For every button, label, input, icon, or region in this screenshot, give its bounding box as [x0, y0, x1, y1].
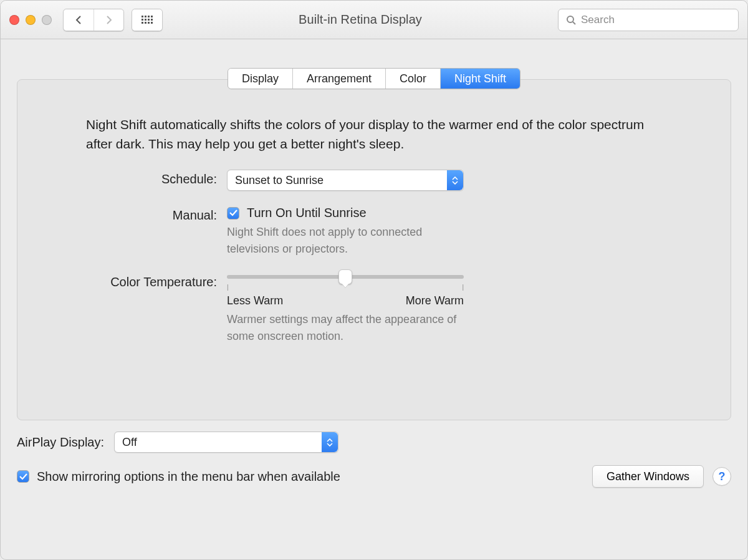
help-button[interactable]: ?: [712, 467, 731, 486]
close-window-button[interactable]: [9, 15, 19, 25]
tab-color[interactable]: Color: [385, 69, 440, 89]
bottom-controls: AirPlay Display: Off Show mirroring opti…: [17, 432, 731, 488]
svg-rect-9: [145, 22, 146, 24]
svg-rect-6: [148, 19, 150, 21]
svg-rect-2: [148, 16, 150, 17]
popup-arrows-icon: [322, 432, 338, 452]
forward-button[interactable]: [94, 9, 123, 31]
back-button[interactable]: [64, 9, 94, 31]
manual-checkbox[interactable]: [227, 207, 239, 220]
search-icon: [566, 15, 576, 25]
check-icon: [19, 473, 27, 480]
svg-rect-7: [151, 19, 153, 21]
night-shift-pane: Night Shift automatically shifts the col…: [17, 79, 731, 420]
tab-display[interactable]: Display: [228, 69, 292, 89]
svg-rect-10: [148, 22, 150, 24]
search-field[interactable]: [558, 9, 739, 31]
schedule-label: Schedule:: [49, 170, 217, 191]
manual-label: Manual:: [49, 206, 217, 258]
tab-arrangement[interactable]: Arrangement: [292, 69, 385, 89]
grid-icon: [141, 16, 153, 24]
preferences-window: Built-in Retina Display Display Arrangem…: [0, 0, 748, 560]
slider-thumb[interactable]: [338, 269, 352, 284]
window-title: Built-in Retina Display: [299, 12, 422, 26]
title-wrap: Built-in Retina Display: [170, 12, 550, 27]
check-icon: [229, 210, 237, 216]
svg-rect-4: [141, 19, 143, 21]
content: Display Arrangement Color Night Shift Ni…: [1, 39, 747, 559]
night-shift-description: Night Shift automatically shifts the col…: [86, 115, 662, 153]
temp-more-label: More Warm: [406, 294, 464, 307]
search-input[interactable]: [581, 14, 731, 26]
mirroring-checkbox[interactable]: [17, 470, 29, 483]
airplay-popup[interactable]: Off: [114, 432, 338, 453]
popup-arrows-icon: [447, 170, 463, 190]
svg-rect-3: [151, 16, 153, 17]
temp-hint: Warmer settings may affect the appearanc…: [227, 311, 464, 345]
color-temperature-slider[interactable]: || Less Warm More Warm: [227, 273, 464, 307]
svg-rect-0: [141, 16, 143, 17]
show-all-button[interactable]: [132, 9, 163, 31]
svg-line-13: [573, 22, 575, 24]
schedule-popup[interactable]: Sunset to Sunrise: [227, 170, 464, 191]
chevron-right-icon: [105, 15, 113, 25]
nav-group: [63, 9, 124, 31]
schedule-value: Sunset to Sunrise: [235, 174, 324, 187]
manual-checkbox-label: Turn On Until Sunrise: [247, 206, 367, 220]
svg-rect-5: [145, 19, 146, 21]
traffic-lights: [9, 15, 52, 25]
zoom-window-button: [42, 15, 52, 25]
svg-rect-11: [151, 22, 153, 24]
airplay-value: Off: [122, 436, 137, 449]
night-shift-form: Schedule: Sunset to Sunrise Manual:: [49, 170, 662, 345]
svg-rect-1: [145, 16, 146, 17]
temp-label: Color Temperature:: [49, 273, 217, 345]
tab-night-shift[interactable]: Night Shift: [440, 69, 520, 89]
airplay-label: AirPlay Display:: [17, 435, 104, 450]
gather-windows-button[interactable]: Gather Windows: [592, 465, 704, 488]
tab-bar: Display Arrangement Color Night Shift: [17, 68, 731, 89]
manual-hint: Night Shift does not apply to connected …: [227, 224, 464, 258]
svg-rect-8: [141, 22, 143, 24]
toolbar: Built-in Retina Display: [1, 1, 747, 39]
svg-point-12: [567, 16, 573, 22]
chevron-left-icon: [75, 15, 82, 25]
minimize-window-button[interactable]: [26, 15, 36, 25]
temp-less-label: Less Warm: [227, 294, 283, 307]
mirroring-label: Show mirroring options in the menu bar w…: [37, 470, 340, 484]
question-icon: ?: [719, 470, 726, 483]
